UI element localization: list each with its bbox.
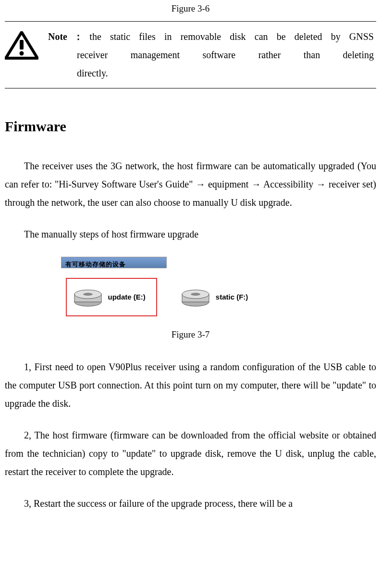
note-callout: Note：the static files in removable disk … [5,21,376,88]
drive-icon [181,288,210,307]
paragraph-step1: 1, First need to open V90Plus receiver u… [5,358,376,413]
svg-point-10 [191,293,200,296]
drives-header: 有可移动存储的设备 [61,257,167,268]
drive-icon [74,288,102,307]
drives-screenshot: 有可移动存储的设备 update (E:) static (F:) [61,257,320,326]
section-heading-firmware: Firmware [5,113,376,140]
svg-point-2 [20,51,24,56]
note-text: Note：the static files in removable disk … [48,27,376,82]
drives-header-text: 有可移动存储的设备 [61,257,166,268]
drive-static: static (F:) [181,288,248,307]
drive-update-label: update (E:) [108,290,146,304]
note-line2: receiver management software rather than… [48,46,374,64]
paragraph-steps-intro: The manually steps of host firmware upgr… [5,225,376,243]
note-label: Note： [48,31,89,42]
paragraph-step3: 3, Restart the success or failure of the… [5,494,376,513]
svg-point-6 [83,293,93,296]
svg-rect-1 [20,40,24,50]
figure-caption-mid: Figure 3-7 [5,326,376,343]
figure-caption-top: Figure 3-6 [5,0,376,17]
drive-static-label: static (F:) [216,290,248,304]
warning-icon [5,31,38,60]
paragraph-intro: The receiver uses the 3G network, the ho… [5,157,376,212]
paragraph-step2: 2, The host firmware (firmware can be do… [5,426,376,481]
drives-row: update (E:) static (F:) [61,268,320,326]
note-line3: directly. [48,64,374,82]
drive-update: update (E:) [66,278,157,316]
note-line1: the static files in removable disk can b… [89,31,374,42]
